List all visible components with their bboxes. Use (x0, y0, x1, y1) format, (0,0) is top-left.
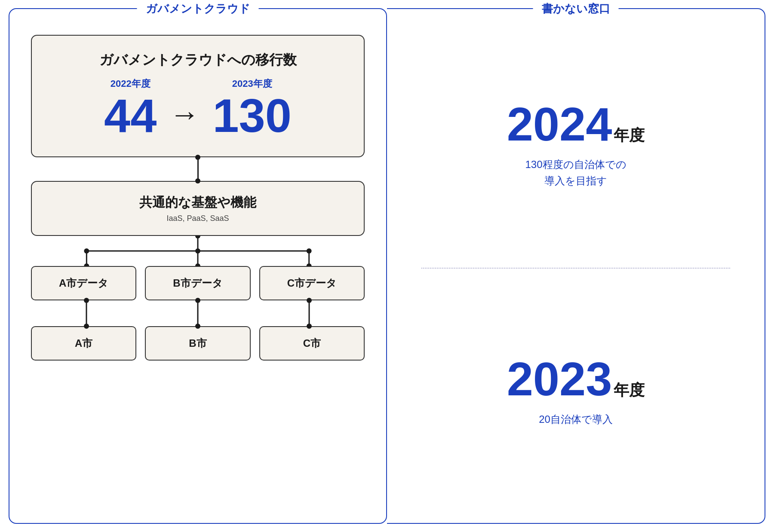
year-2022-label: 2022年度 (111, 77, 150, 90)
dot-top-1 (195, 155, 200, 160)
dot-top-a (84, 298, 89, 303)
year-2024-suffix: 年度 (614, 125, 645, 146)
city-box-b-label: B市 (189, 337, 206, 349)
right-desc-2024-line2: 導入を目指す (544, 175, 607, 187)
data-box-b: B市データ (145, 266, 250, 300)
data-boxes-row: A市データ B市データ C市データ (31, 266, 365, 300)
city-box-b: B市 (145, 326, 250, 361)
year-2023-group: 2023年度 130 (212, 77, 292, 139)
dot-bottom-c (307, 324, 312, 329)
right-section-top: 2024 年度 130程度の自治体での 導入を目指す (507, 35, 645, 255)
left-panel-label: ガバメントクラウド (137, 1, 259, 16)
v-connector-a (31, 300, 142, 326)
dot-bottom-1 (195, 178, 200, 183)
data-box-c: C市データ (259, 266, 365, 300)
svg-point-6 (84, 248, 89, 254)
platform-subtitle: IaaS, PaaS, SaaS (166, 214, 229, 223)
right-desc-2023: 20自治体で導入 (539, 411, 613, 428)
city-box-c: C市 (259, 326, 365, 361)
dot-top-b (195, 298, 200, 303)
city-box-a-label: A市 (75, 337, 92, 349)
svg-point-11 (307, 263, 312, 266)
city-boxes-row: A市 B市 C市 (31, 326, 365, 361)
right-panel-label: 書かない窓口 (533, 1, 619, 16)
city-box-c-label: C市 (303, 337, 321, 349)
v-connector-b (142, 300, 254, 326)
svg-point-8 (307, 248, 312, 254)
svg-point-10 (195, 263, 200, 266)
data-box-c-label: C市データ (287, 277, 337, 289)
svg-point-9 (84, 263, 89, 266)
svg-point-7 (195, 248, 200, 254)
right-desc-2024-line1: 130程度の自治体での (525, 159, 626, 170)
dot-bottom-b (195, 324, 200, 329)
year-2024-display: 2024 年度 (507, 101, 645, 148)
migration-title: ガバメントクラウドへの移行数 (99, 51, 297, 70)
year-2024-number: 2024 (507, 101, 612, 148)
right-section-bottom: 2023 年度 20自治体で導入 (507, 281, 645, 501)
year-2023-number: 2023 (507, 355, 612, 403)
city-box-a: A市 (31, 326, 136, 361)
dot-bottom-a (84, 324, 89, 329)
migration-numbers: 2022年度 44 → 2023年度 130 (104, 77, 292, 139)
year-2023-suffix: 年度 (614, 380, 645, 401)
data-box-a: A市データ (31, 266, 136, 300)
v-connector-c (253, 300, 365, 326)
year-2022-group: 2022年度 44 (104, 77, 157, 139)
migration-box: ガバメントクラウドへの移行数 2022年度 44 → 2023年度 130 (31, 35, 365, 157)
count-2022: 44 (104, 92, 157, 139)
three-connector (31, 236, 365, 266)
data-box-a-label: A市データ (59, 277, 108, 289)
migration-arrow: → (169, 97, 200, 131)
right-panel: 書かない窓口 2024 年度 130程度の自治体での 導入を目指す 2023 年… (387, 8, 765, 524)
left-panel: ガバメントクラウド ガバメントクラウドへの移行数 2022年度 44 → 202… (9, 8, 387, 524)
count-2023: 130 (212, 92, 292, 139)
right-desc-2024: 130程度の自治体での 導入を目指す (525, 156, 626, 190)
platform-title: 共通的な基盤や機能 (139, 194, 256, 211)
divider (421, 268, 730, 269)
data-box-b-label: B市データ (173, 277, 222, 289)
year-2023-display: 2023 年度 (507, 355, 645, 403)
platform-box: 共通的な基盤や機能 IaaS, PaaS, SaaS (31, 181, 365, 236)
three-v-connectors (31, 300, 365, 326)
dot-top-c (307, 298, 312, 303)
svg-point-5 (195, 236, 200, 238)
year-2023-label: 2023年度 (232, 77, 272, 90)
